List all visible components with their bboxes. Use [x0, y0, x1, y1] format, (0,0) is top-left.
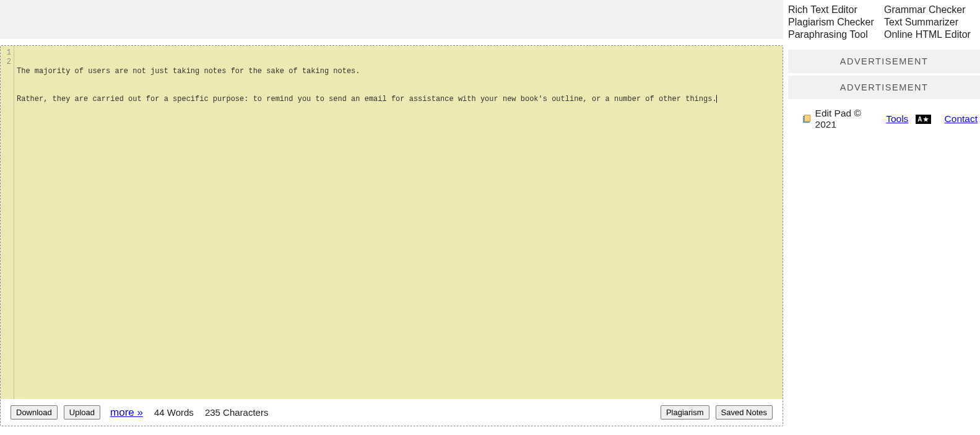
- char-count: 235 Characters: [205, 407, 269, 418]
- copyright-text: Edit Pad © 2021: [815, 108, 878, 130]
- code-line[interactable]: The majority of users are not just takin…: [17, 67, 783, 76]
- nav-online-html-editor[interactable]: Online HTML Editor: [884, 29, 980, 41]
- saved-notes-button[interactable]: Saved Notes: [716, 405, 773, 420]
- nav-rich-text-editor[interactable]: Rich Text Editor: [788, 4, 884, 16]
- top-ad-placeholder: [0, 0, 783, 38]
- code-textarea[interactable]: The majority of users are not just takin…: [14, 46, 783, 399]
- svg-rect-1: [805, 115, 810, 121]
- code-line[interactable]: Rather, they are carried out for a speci…: [17, 95, 783, 104]
- nav-paraphrasing-tool[interactable]: Paraphrasing Tool: [788, 29, 884, 41]
- download-button[interactable]: Download: [11, 405, 58, 420]
- nav-grammar-checker[interactable]: Grammar Checker: [884, 4, 980, 16]
- plagiarism-button[interactable]: Plagiarism: [661, 405, 709, 420]
- ad-label: ADVERTISEMENT: [788, 76, 980, 99]
- contact-link[interactable]: Contact: [945, 113, 978, 125]
- editpad-logo-icon: [803, 115, 812, 124]
- editor-container: 1 2 The majority of users are not just t…: [0, 45, 783, 426]
- line-number: 2: [1, 58, 11, 67]
- more-link[interactable]: more »: [110, 406, 143, 419]
- nav-text-summarizer[interactable]: Text Summarizer: [884, 16, 980, 29]
- text-cursor: [716, 95, 717, 103]
- ad-label: ADVERTISEMENT: [788, 50, 980, 73]
- editor-body[interactable]: 1 2 The majority of users are not just t…: [1, 46, 783, 399]
- side-nav-links: Rich Text Editor Plagiarism Checker Para…: [788, 0, 980, 50]
- line-number: 1: [1, 48, 11, 58]
- site-footer: Edit Pad © 2021 Tools A★ Contact: [788, 102, 980, 130]
- word-count: 44 Words: [154, 407, 194, 418]
- upload-button[interactable]: Upload: [64, 405, 100, 420]
- language-icon[interactable]: A★: [916, 115, 930, 124]
- nav-plagiarism-checker[interactable]: Plagiarism Checker: [788, 16, 884, 29]
- tools-link[interactable]: Tools: [886, 113, 908, 125]
- line-gutter: 1 2: [1, 46, 14, 399]
- editor-footer: Download Upload more » 44 Words 235 Char…: [1, 399, 783, 426]
